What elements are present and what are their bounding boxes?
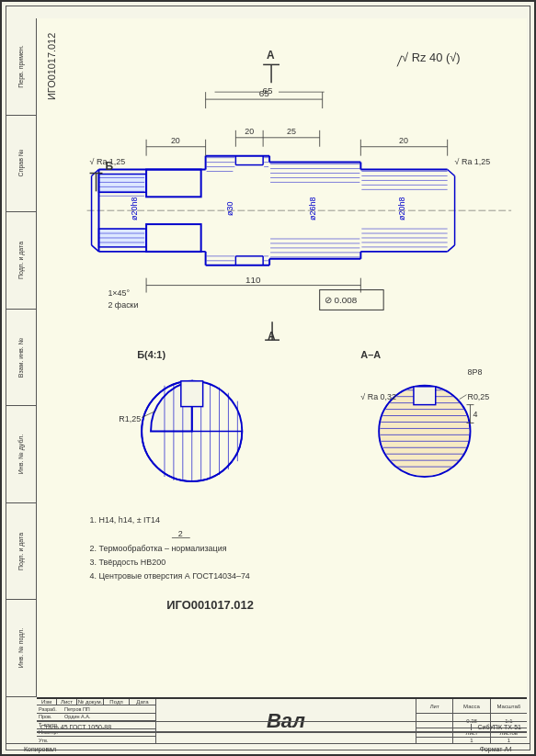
svg-text:ø20h8: ø20h8	[130, 197, 139, 220]
svg-text:√ Rz 40 (√): √ Rz 40 (√)	[402, 51, 461, 64]
lit-mass-scale-header: Лит Масса Масштаб	[416, 699, 527, 714]
svg-text:4.  Центровые отверстия А ГОСТ: 4. Центровые отверстия А ГОСТ14034–74	[90, 571, 250, 581]
svg-rect-12	[146, 224, 201, 252]
svg-text:R0,25: R0,25	[467, 392, 489, 401]
svg-text:1×45°: 1×45°	[108, 289, 130, 299]
material-row	[37, 732, 527, 743]
svg-text:2 фаски: 2 фаски	[108, 300, 138, 310]
rev-dokum: № докум.	[77, 699, 104, 705]
svg-rect-11	[146, 170, 201, 197]
svg-text:R1,25: R1,25	[119, 414, 141, 423]
svg-text:Б: Б	[105, 160, 113, 173]
svg-text:ø20h8: ø20h8	[397, 197, 406, 220]
svg-text:√ Ra 1,25: √ Ra 1,25	[455, 157, 491, 166]
svg-text:20: 20	[399, 136, 408, 145]
rev-izm: Изм	[37, 699, 57, 705]
svg-text:3.  Твёрдость НВ200: 3. Твёрдость НВ200	[90, 558, 166, 567]
svg-text:2.  Термообработка – нормализа: 2. Термообработка – нормализация	[90, 544, 227, 553]
left-label-3: Подп. и дата	[6, 212, 36, 310]
rev-header: Изм Лист № докум. Подп Дата	[37, 699, 155, 705]
svg-text:Б(4:1): Б(4:1)	[137, 349, 165, 360]
svg-text:А: А	[267, 49, 275, 62]
svg-line-48	[448, 245, 455, 252]
svg-text:ø30: ø30	[225, 201, 234, 215]
person-prov: Пров. Ордин А.А.	[37, 714, 155, 722]
rev-list: Лист	[57, 699, 77, 705]
svg-text:20: 20	[245, 127, 254, 136]
left-label-2: Справ №	[6, 116, 36, 213]
svg-text:65: 65	[259, 88, 270, 98]
left-label-7: Инв. № подл.	[6, 600, 36, 697]
technical-drawing-svg: ИГО01017.012 √ Rz 40 (√) А 65	[37, 18, 527, 697]
svg-text:25: 25	[287, 127, 296, 136]
svg-text:ИГО01017.012: ИГО01017.012	[46, 33, 57, 100]
person-razrab: Разраб. Петров ПП	[37, 705, 155, 714]
svg-text:2: 2	[178, 529, 183, 538]
svg-text:ИГО001017.012: ИГО001017.012	[166, 598, 254, 612]
svg-rect-128	[181, 381, 203, 407]
left-label-1: Перв. примен.	[6, 18, 36, 116]
svg-line-167	[460, 395, 467, 400]
material-bar: Сталь 45 ГОСТ 1050-88 СибУПК ТХ-51	[37, 721, 527, 732]
left-label-4: Взам. инв. №	[6, 310, 36, 407]
svg-line-47	[448, 170, 455, 176]
left-label-6: Подп. и дата	[6, 503, 36, 601]
svg-text:⊘ 0.008: ⊘ 0.008	[325, 295, 358, 305]
svg-rect-9	[98, 175, 146, 193]
svg-line-27	[92, 245, 99, 252]
left-label-5: Инв. № дубл.	[6, 406, 36, 503]
rev-data: Дата	[130, 699, 155, 705]
svg-text:8Р8: 8Р8	[467, 367, 482, 377]
svg-text:1.  Н14, h14, ±  IT14: 1. Н14, h14, ± IT14	[90, 515, 160, 525]
rev-podp: Подп	[104, 699, 130, 705]
svg-text:√ Ra 0,32: √ Ra 0,32	[360, 392, 396, 401]
drawing-area: ИГО01017.012 √ Rz 40 (√) А 65	[37, 18, 527, 697]
svg-text:110: 110	[245, 275, 261, 285]
svg-text:20: 20	[171, 136, 180, 145]
drawing-page: Перв. примен. Справ № Подп. и дата Взам.…	[0, 0, 536, 756]
svg-text:ø26h8: ø26h8	[308, 197, 317, 220]
svg-text:4: 4	[473, 410, 477, 419]
svg-rect-164	[414, 387, 436, 405]
bottom-bar: Копировал Формат А4	[6, 743, 530, 754]
left-labels: Перв. примен. Справ № Подп. и дата Взам.…	[6, 18, 37, 697]
svg-text:А–А: А–А	[360, 349, 381, 360]
